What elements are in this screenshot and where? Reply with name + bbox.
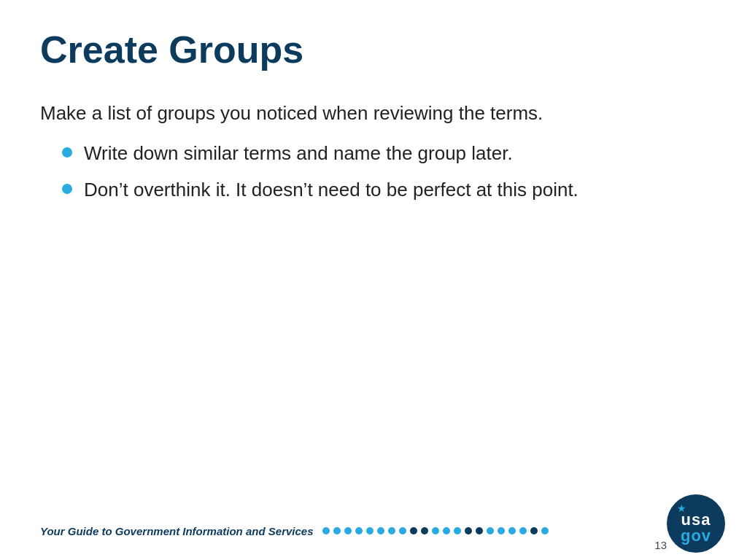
slide-title: Create Groups	[40, 29, 707, 71]
footer-dot	[388, 527, 395, 534]
intro-text: Make a list of groups you noticed when r…	[40, 100, 707, 126]
footer-dot	[508, 527, 516, 534]
page-number: 13	[654, 539, 667, 551]
bullet-list: Write down similar terms and name the gr…	[40, 140, 707, 203]
footer-dot	[432, 527, 439, 534]
usagov-logo: ★ usa gov	[667, 494, 725, 553]
footer-dot	[487, 527, 494, 534]
slide: Create Groups Make a list of groups you …	[0, 0, 747, 560]
footer-dot	[377, 527, 384, 534]
footer: Your Guide to Government Information and…	[0, 502, 747, 560]
logo-gov: gov	[681, 528, 711, 544]
footer-dot	[541, 527, 549, 534]
footer-dot	[443, 527, 450, 534]
footer-dot	[410, 527, 417, 534]
footer-dot	[322, 527, 330, 534]
footer-dot	[498, 527, 505, 534]
bullet-item-1: Write down similar terms and name the gr…	[62, 140, 707, 166]
footer-dot	[465, 527, 472, 534]
footer-dot	[476, 527, 483, 534]
logo-usa: usa	[681, 512, 711, 528]
footer-dot	[421, 527, 428, 534]
bullet-item-2: Don’t overthink it. It doesn’t need to b…	[62, 176, 707, 203]
footer-dot	[344, 527, 352, 534]
footer-dot	[366, 527, 374, 534]
slide-body: Make a list of groups you noticed when r…	[40, 100, 707, 203]
footer-dot	[519, 527, 527, 534]
footer-text: Your Guide to Government Information and…	[40, 525, 314, 537]
footer-dot	[355, 527, 363, 534]
footer-dot	[399, 527, 406, 534]
footer-dot	[454, 527, 461, 534]
footer-dots	[322, 527, 707, 534]
footer-dot	[333, 527, 341, 534]
footer-dot	[530, 527, 538, 534]
